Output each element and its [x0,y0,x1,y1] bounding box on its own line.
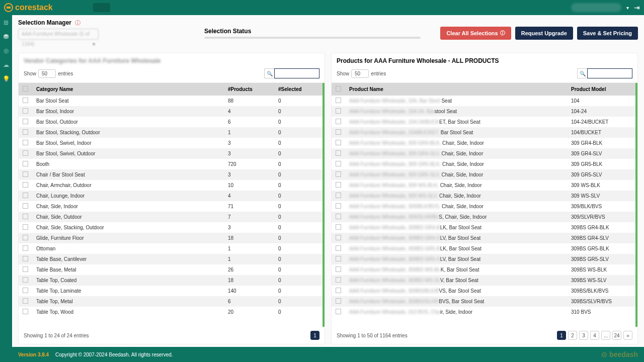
select-all-checkbox[interactable] [23,86,28,92]
row-checkbox[interactable] [336,140,341,145]
row-checkbox[interactable] [336,235,341,240]
row-checkbox[interactable] [336,277,341,283]
row-checkbox[interactable] [23,266,28,272]
page-size-select[interactable]: 50 [351,69,369,78]
table-row[interactable]: AAA Furniture Wholesale, 104, Bar Stool … [332,96,637,106]
row-checkbox[interactable] [336,298,341,304]
table-row[interactable]: Chair, Armchair, Outdoor100 [19,180,325,191]
col-product[interactable]: Product Name [345,83,567,96]
page-button[interactable]: 2 [568,331,577,340]
page-button[interactable]: 24 [612,331,621,340]
table-row[interactable]: Booth7200 [19,159,325,169]
table-row[interactable]: Ottoman10 [19,243,325,254]
logout-icon[interactable]: ⇥ [634,4,640,12]
table-row[interactable]: AAA Furniture Wholesale, 309 WS-SLV, Cha… [332,191,637,201]
row-checkbox[interactable] [336,266,341,272]
row-checkbox[interactable] [23,182,28,188]
table-row[interactable]: AAA Furniture Wholesale, 309 GR4-SLV, Ch… [332,148,637,159]
row-checkbox[interactable] [336,224,341,230]
chevron-down-icon[interactable]: ▾ [626,5,629,11]
page-size-select[interactable]: 50 [38,69,56,78]
table-row[interactable]: Chair, Side, Indoor710 [19,201,325,212]
row-checkbox[interactable] [23,277,28,283]
row-checkbox[interactable] [336,108,341,114]
table-row[interactable]: AAA Furniture Wholesale, 309BS/SLVR/BVS,… [332,296,637,307]
page-button[interactable]: » [623,331,632,340]
row-checkbox[interactable] [336,150,341,156]
row-checkbox[interactable] [23,171,28,177]
table-row[interactable]: Table Top, Laminate1400 [19,286,325,296]
table-row[interactable]: AAA Furniture Wholesale, 104/BUCKET, Bar… [332,127,637,138]
search-input[interactable] [274,68,319,78]
table-row[interactable]: Bar Stool Seat880 [19,96,325,106]
row-checkbox[interactable] [336,161,341,166]
row-checkbox[interactable] [336,309,341,314]
table-row[interactable]: AAA Furniture Wholesale, 309BS GR4-SLV, … [332,233,637,243]
row-checkbox[interactable] [23,298,28,304]
table-row[interactable]: AAA Furniture Wholesale, 309 GR4-BLK, Ch… [332,138,637,148]
search-input[interactable] [587,68,632,78]
save-pricing-button[interactable]: Save & Set Pricing [577,27,638,40]
page-button[interactable]: ... [601,331,610,340]
table-row[interactable]: Table Base, Cantilever10 [19,254,325,264]
bulb-icon[interactable]: 💡 [3,75,10,82]
table-row[interactable]: AAA Furniture Wholesale, 309/BLK/BVS, Ch… [332,201,637,212]
search-icon[interactable]: 🔍 [264,68,274,78]
table-row[interactable]: AAA Furniture Wholesale, 104-24/BUCKET, … [332,117,637,127]
page-button[interactable]: 4 [590,331,599,340]
col-products[interactable]: #Products [224,83,274,96]
cloud-icon[interactable]: ☁ [3,61,10,68]
table-row[interactable]: AAA Furniture Wholesale, 309BS GR5-BLK, … [332,243,637,254]
row-checkbox[interactable] [336,171,341,177]
table-row[interactable]: Table Base, Metal260 [19,264,325,275]
table-row[interactable]: Table Top, Coated180 [19,275,325,286]
row-checkbox[interactable] [23,150,28,156]
row-checkbox[interactable] [336,288,341,293]
info-icon[interactable]: ⓘ [75,20,80,26]
row-checkbox[interactable] [336,256,341,261]
table-row[interactable]: Bar Stool, Stacking, Outdoor10 [19,127,325,138]
row-checkbox[interactable] [23,309,28,314]
row-checkbox[interactable] [336,119,341,124]
table-row[interactable]: AAA Furniture Wholesale, 309BS WS-BLK, B… [332,264,637,275]
row-checkbox[interactable] [23,245,28,251]
row-checkbox[interactable] [336,203,341,209]
row-checkbox[interactable] [23,119,28,124]
table-row[interactable]: Bar Stool, Swivel, Indoor30 [19,138,325,148]
table-row[interactable]: AAA Furniture Wholesale, 309 WS-BLK, Cha… [332,180,637,191]
row-checkbox[interactable] [336,193,341,198]
row-checkbox[interactable] [336,245,341,251]
request-upgrade-button[interactable]: Request Upgrade [515,27,573,40]
products-icon[interactable]: ⛃ [3,33,10,40]
col-model[interactable]: Product Model [567,83,637,96]
table-row[interactable]: Bar Stool, Indoor40 [19,106,325,117]
row-checkbox[interactable] [23,108,28,114]
row-checkbox[interactable] [23,140,28,145]
table-row[interactable]: Chair / Bar Stool Seat30 [19,169,325,180]
top-dropdown[interactable] [93,3,110,12]
vendor-select[interactable]: AAA Furniture Wholesale (5 of 1164) [18,29,99,40]
clear-selections-button[interactable]: Clear All Selectionsⓘ [440,27,511,40]
table-row[interactable]: AAA Furniture Wholesale, 309 GR5-SLV, Ch… [332,169,637,180]
dashboard-icon[interactable]: ⊞ [3,19,10,26]
table-row[interactable]: AAA Furniture Wholesale, 309BS GR4-BLK, … [332,222,637,233]
table-row[interactable]: AAA Furniture Wholesale, 104-24, Barstoo… [332,106,637,117]
row-checkbox[interactable] [336,214,341,219]
select-all-checkbox[interactable] [336,86,341,92]
row-checkbox[interactable] [23,129,28,135]
table-row[interactable]: Chair, Side, Outdoor70 [19,212,325,222]
table-row[interactable]: AAA Furniture Wholesale, 309BS WS-SLV, B… [332,275,637,286]
row-checkbox[interactable] [23,98,28,103]
row-checkbox[interactable] [23,203,28,209]
table-row[interactable]: AAA Furniture Wholesale, 309/SLVR/BVS, C… [332,212,637,222]
row-checkbox[interactable] [23,235,28,240]
row-checkbox[interactable] [336,182,341,188]
table-row[interactable]: Chair, Lounge, Indoor40 [19,191,325,201]
page-button[interactable]: 1 [557,331,566,340]
row-checkbox[interactable] [336,129,341,135]
table-row[interactable]: Glide, Furniture Floor180 [19,233,325,243]
row-checkbox[interactable] [336,98,341,103]
table-row[interactable]: Chair, Side, Stacking, Outdoor30 [19,222,325,233]
table-row[interactable]: AAA Furniture Wholesale, 309BS GR5-SLV, … [332,254,637,264]
table-row[interactable]: Bar Stool, Swivel, Outdoor30 [19,148,325,159]
